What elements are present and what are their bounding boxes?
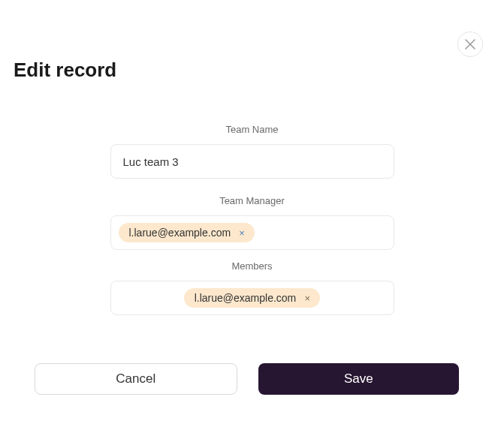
member-tag: l.larue@example.com × (184, 288, 321, 308)
manager-tag-text: l.larue@example.com (129, 227, 231, 239)
team-name-label: Team Name (225, 124, 278, 135)
remove-member-icon[interactable]: × (302, 293, 312, 303)
team-manager-input[interactable]: l.larue@example.com × (110, 215, 394, 250)
edit-record-dialog: Edit record Team Name Team Manager l.lar… (0, 0, 504, 430)
members-label: Members (231, 260, 272, 272)
close-icon (465, 39, 475, 50)
save-button[interactable]: Save (258, 363, 460, 395)
members-input[interactable]: l.larue@example.com × (110, 281, 394, 315)
form-area: Team Name Team Manager l.larue@example.c… (110, 124, 394, 326)
team-manager-label: Team Manager (219, 195, 285, 206)
cancel-button[interactable]: Cancel (35, 363, 237, 395)
remove-manager-icon[interactable]: × (237, 227, 247, 238)
close-button[interactable] (457, 32, 483, 57)
manager-tag: l.larue@example.com × (119, 223, 255, 242)
dialog-footer: Cancel Save (35, 363, 459, 395)
dialog-title: Edit record (14, 59, 116, 82)
member-tag-text: l.larue@example.com (195, 292, 297, 304)
team-name-input[interactable] (110, 144, 394, 179)
